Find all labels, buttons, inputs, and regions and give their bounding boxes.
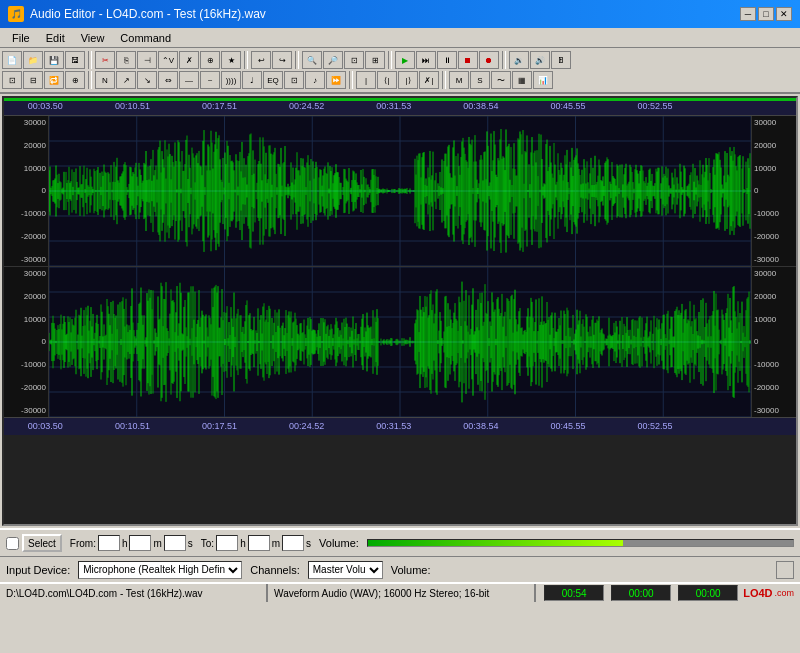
- new-button[interactable]: 📄: [2, 51, 22, 69]
- format-section: Waveform Audio (WAV); 16000 Hz Stereo; 1…: [268, 584, 536, 602]
- echo-btn[interactable]: )))): [221, 71, 241, 89]
- waveform-btn[interactable]: 〜: [491, 71, 511, 89]
- from-m-input[interactable]: 0: [129, 535, 151, 551]
- time-marker-4: 00:24.52: [289, 101, 324, 111]
- input-device-label: Input Device:: [6, 564, 70, 576]
- copy-button[interactable]: ⎘: [116, 51, 136, 69]
- volume-bar[interactable]: [367, 539, 794, 547]
- volume-label-2: Volume:: [391, 564, 431, 576]
- vol-down-button[interactable]: 🔉: [509, 51, 529, 69]
- mono-btn[interactable]: M: [449, 71, 469, 89]
- stop-button[interactable]: ⏹: [458, 51, 478, 69]
- next-marker-btn[interactable]: |⟩: [398, 71, 418, 89]
- pitch-btn[interactable]: ♪: [305, 71, 325, 89]
- open-button[interactable]: 📁: [23, 51, 43, 69]
- y-axis-left-1: 30000 20000 10000 0 -10000 -20000 -30000: [4, 116, 49, 266]
- waveform-canvas-1[interactable]: [49, 116, 751, 266]
- to-h-input[interactable]: 0: [216, 535, 238, 551]
- paste-button[interactable]: ⌃V: [158, 51, 178, 69]
- zoom-sel-button[interactable]: ⊡: [344, 51, 364, 69]
- zoom-full-button[interactable]: ⊞: [365, 51, 385, 69]
- record-button[interactable]: ⏺: [479, 51, 499, 69]
- mix-button[interactable]: ⊕: [200, 51, 220, 69]
- to-m-input[interactable]: 0: [248, 535, 270, 551]
- minimize-button[interactable]: ─: [740, 7, 756, 21]
- toolbar-row-2: ⊡ ⊟ 🔁 ⊕ N ↗ ↘ ⇔ — ~ )))) ♩ EQ ⊡ ♪ ⏩ | ⟨|…: [2, 70, 798, 90]
- select-checkbox[interactable]: [6, 537, 19, 550]
- menu-command[interactable]: Command: [112, 30, 179, 46]
- noise-btn[interactable]: ~: [200, 71, 220, 89]
- vol-up-button[interactable]: 🔊: [530, 51, 550, 69]
- chorus-btn[interactable]: ♩: [242, 71, 262, 89]
- menu-view[interactable]: View: [73, 30, 113, 46]
- input-device-select[interactable]: Microphone (Realtek High Defin: [78, 561, 242, 579]
- norm-btn[interactable]: N: [95, 71, 115, 89]
- menu-file[interactable]: File: [4, 30, 38, 46]
- play-button[interactable]: ▶: [395, 51, 415, 69]
- fade-in-btn[interactable]: ↗: [116, 71, 136, 89]
- time-marker-1: 00:03.50: [28, 101, 63, 111]
- reverse-btn[interactable]: ⇔: [158, 71, 178, 89]
- toolbar-separator-3: [295, 51, 299, 69]
- channel-2[interactable]: 30000 20000 10000 0 -10000 -20000 -30000…: [4, 267, 796, 417]
- del-button[interactable]: ✗: [179, 51, 199, 69]
- mixer-button[interactable]: 🎚: [551, 51, 571, 69]
- time-marker-b6: 00:38.54: [463, 421, 498, 431]
- loop-btn[interactable]: 🔁: [44, 71, 64, 89]
- to-group: To: 0 h 0 m 0 s: [201, 535, 311, 551]
- logo-area: LO4D .com: [743, 587, 794, 599]
- waveform-2[interactable]: [49, 267, 751, 417]
- marker-btn[interactable]: |: [356, 71, 376, 89]
- select-button[interactable]: Select: [22, 534, 62, 552]
- zoom-out-button[interactable]: 🔎: [323, 51, 343, 69]
- save-as-button[interactable]: 🖫: [65, 51, 85, 69]
- time-marker-b1: 00:03.50: [28, 421, 63, 431]
- pause-button[interactable]: ⏸: [437, 51, 457, 69]
- timeline-bottom: 00:03.50 00:10.51 00:17.51 00:24.52 00:3…: [4, 417, 796, 435]
- ff-button[interactable]: ⏭: [416, 51, 436, 69]
- cut-button[interactable]: ✂: [95, 51, 115, 69]
- del-marker-btn[interactable]: ✗|: [419, 71, 439, 89]
- snap-btn[interactable]: ⊕: [65, 71, 85, 89]
- deselect-btn[interactable]: ⊟: [23, 71, 43, 89]
- redo-button[interactable]: ↪: [272, 51, 292, 69]
- speed-btn[interactable]: ⏩: [326, 71, 346, 89]
- time-display-1: 00:54: [544, 585, 604, 601]
- menu-edit[interactable]: Edit: [38, 30, 73, 46]
- toolbar-separator-7: [349, 71, 353, 89]
- eq-btn[interactable]: EQ: [263, 71, 283, 89]
- to-s-input[interactable]: 0: [282, 535, 304, 551]
- waveform-area[interactable]: 00:03.50 00:10.51 00:17.51 00:24.52 00:3…: [2, 96, 798, 526]
- channels-select[interactable]: Master Volu: [308, 561, 383, 579]
- toolbar-separator-6: [88, 71, 92, 89]
- fx-button[interactable]: ★: [221, 51, 241, 69]
- from-m-label: m: [153, 538, 161, 549]
- toolbar-separator-4: [388, 51, 392, 69]
- trim-button[interactable]: ⊣: [137, 51, 157, 69]
- vu-btn[interactable]: 📊: [533, 71, 553, 89]
- time-marker-2: 00:10.51: [115, 101, 150, 111]
- silence-btn[interactable]: —: [179, 71, 199, 89]
- prev-marker-btn[interactable]: ⟨|: [377, 71, 397, 89]
- close-button[interactable]: ✕: [776, 7, 792, 21]
- save-button[interactable]: 💾: [44, 51, 64, 69]
- maximize-button[interactable]: □: [758, 7, 774, 21]
- channel-1[interactable]: 30000 20000 10000 0 -10000 -20000 -30000…: [4, 116, 796, 267]
- from-group: From: 0 h 0 m 0 s: [70, 535, 193, 551]
- zoom-in-button[interactable]: 🔍: [302, 51, 322, 69]
- waveform-canvas-2[interactable]: [49, 267, 751, 417]
- from-s-input[interactable]: 0: [164, 535, 186, 551]
- window-controls[interactable]: ─ □ ✕: [740, 7, 792, 21]
- compress-btn[interactable]: ⊡: [284, 71, 304, 89]
- time-marker-b8: 00:52.55: [638, 421, 673, 431]
- waveform-1[interactable]: [49, 116, 751, 266]
- from-h-label: h: [122, 538, 128, 549]
- undo-button[interactable]: ↩: [251, 51, 271, 69]
- from-h-input[interactable]: 0: [98, 535, 120, 551]
- spectrum-btn[interactable]: ▦: [512, 71, 532, 89]
- volume-fill: [368, 540, 623, 546]
- stereo-btn[interactable]: S: [470, 71, 490, 89]
- fade-out-btn[interactable]: ↘: [137, 71, 157, 89]
- select-all-btn[interactable]: ⊡: [2, 71, 22, 89]
- to-label: To:: [201, 538, 214, 549]
